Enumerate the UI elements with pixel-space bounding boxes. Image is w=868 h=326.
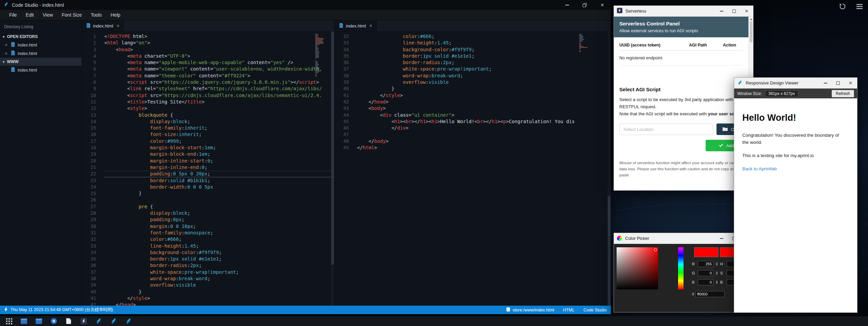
- minimize-icon[interactable]: [719, 9, 724, 13]
- code-line[interactable]: [104, 197, 334, 203]
- title-bar[interactable]: Color Picker ×: [614, 233, 753, 244]
- code-line[interactable]: line-height:1.45;: [357, 40, 611, 46]
- close-icon[interactable]: ×: [4, 51, 8, 56]
- window-size-value[interactable]: 361px x 627px: [765, 90, 798, 97]
- code-line[interactable]: background-color:#f9f9f9;: [357, 46, 611, 53]
- code-line[interactable]: border:1px solid #e1e1e1;: [104, 256, 334, 262]
- code-line[interactable]: <script src="https://code.jquery.com/jqu…: [104, 79, 334, 85]
- minimap[interactable]: [579, 34, 588, 52]
- field-value-g[interactable]: 0: [698, 270, 713, 276]
- code-line[interactable]: margin-inline-start:0;: [104, 158, 334, 164]
- close-icon[interactable]: ×: [848, 81, 853, 85]
- refresh-button[interactable]: Refresh: [832, 90, 854, 97]
- menu-file[interactable]: File: [5, 12, 21, 18]
- code-line[interactable]: pre {: [104, 204, 334, 210]
- code-line[interactable]: <div class="ui container">: [357, 112, 611, 118]
- code-line[interactable]: overflow:visible: [357, 79, 611, 85]
- code-line[interactable]: }: [104, 289, 334, 295]
- code-line[interactable]: </style>: [357, 92, 611, 99]
- minimize-icon[interactable]: [719, 236, 724, 241]
- code-line[interactable]: border-radius:2px;: [104, 262, 334, 269]
- tab-index-html[interactable]: index.html ×: [335, 20, 377, 31]
- maximize-icon[interactable]: [836, 81, 840, 85]
- app-window-icon-2[interactable]: [35, 317, 43, 325]
- code-line[interactable]: <head>: [104, 46, 334, 53]
- close-icon[interactable]: ×: [4, 43, 8, 47]
- code-studio-app-icon-2[interactable]: [109, 317, 118, 325]
- code-line[interactable]: }: [104, 190, 334, 197]
- menu-help[interactable]: Help: [106, 12, 125, 18]
- code-line[interactable]: <html lang="en">: [104, 40, 334, 46]
- title-bar[interactable]: Code Studio - index.html ×: [0, 0, 611, 10]
- code-line[interactable]: <script src="https://cdnjs.cloudflare.co…: [104, 92, 334, 99]
- hex-value[interactable]: ff0000: [695, 291, 725, 297]
- code-line[interactable]: </html>: [357, 145, 611, 151]
- code-line[interactable]: border:1px solid #e1e1e1;: [357, 53, 611, 59]
- restore-icon[interactable]: [582, 3, 587, 7]
- code-line[interactable]: </div>: [357, 125, 611, 131]
- sidebar-section-www[interactable]: ▾WWW: [0, 58, 82, 66]
- saturation-value-field[interactable]: [617, 247, 658, 289]
- script-location-input[interactable]: [619, 123, 713, 135]
- code-studio-app-icon-3[interactable]: [124, 317, 132, 325]
- serverless-app-icon[interactable]: [79, 317, 88, 325]
- menu-font-size[interactable]: Font Size: [57, 12, 86, 18]
- status-file-path[interactable]: store:/www/index.html: [506, 307, 554, 313]
- field-value-b[interactable]: 0: [698, 279, 713, 285]
- code-studio-app-icon-1[interactable]: [94, 317, 103, 325]
- code-line[interactable]: <style>: [104, 105, 334, 112]
- menu-edit[interactable]: Edit: [21, 12, 38, 18]
- scroll-thumb[interactable]: [750, 21, 752, 42]
- code-line[interactable]: <!DOCTYPE html>: [104, 33, 334, 40]
- code-line[interactable]: white-space:pre-wrap!important;: [104, 269, 334, 275]
- code-line[interactable]: }: [357, 85, 611, 92]
- scrollbar[interactable]: [331, 32, 334, 306]
- refresh-icon[interactable]: [838, 2, 847, 11]
- stepper-icon[interactable]: [715, 281, 719, 284]
- code-line[interactable]: <meta name="viewport" content="user-scal…: [104, 66, 334, 72]
- title-bar[interactable]: Serverless ×: [614, 6, 753, 17]
- file-item-index-html[interactable]: index.html: [0, 66, 82, 74]
- code-line[interactable]: margin-block-start:1em;: [104, 145, 334, 151]
- minimize-icon[interactable]: [823, 81, 828, 85]
- maximize-icon[interactable]: [732, 9, 736, 13]
- code-line[interactable]: <body>: [357, 105, 611, 112]
- file-item-index-html[interactable]: ×index.html: [0, 41, 82, 49]
- code-line[interactable]: margin-block-end:1em;: [104, 151, 334, 157]
- code-line[interactable]: font-family:inherit;: [104, 125, 334, 131]
- code-line[interactable]: </head>: [104, 302, 334, 306]
- stepper-icon[interactable]: [715, 271, 719, 275]
- code-line[interactable]: white-space:pre-wrap!important;: [357, 66, 611, 72]
- code-line[interactable]: color:#666;: [104, 236, 334, 243]
- code-line[interactable]: border-radius:2px;: [357, 59, 611, 66]
- code-line[interactable]: font-size:inherit;: [104, 131, 334, 138]
- code-line[interactable]: margin-inline-end:0;: [104, 164, 334, 171]
- code-editor[interactable]: 1234567891011121314151617181920212223242…: [82, 32, 334, 306]
- code-line[interactable]: <link rel="stylesheet" href="https://cdn…: [104, 85, 334, 92]
- browser-app-icon[interactable]: [50, 317, 58, 325]
- hue-slider[interactable]: [678, 247, 684, 289]
- scroll-up-icon[interactable]: [750, 18, 752, 20]
- field-value-r[interactable]: 255: [698, 261, 713, 267]
- code-line[interactable]: <h1><br></h1><h1>Hello World!<br></h1><p…: [357, 118, 611, 125]
- file-item-index-html[interactable]: ×index.html: [0, 49, 82, 58]
- code-line[interactable]: <meta name="theme-color" content="#ff922…: [104, 73, 334, 79]
- menu-tools[interactable]: Tools: [86, 12, 106, 18]
- code-line[interactable]: <meta charset="UTF-8">: [104, 53, 334, 59]
- minimap[interactable]: [315, 34, 324, 77]
- code-line[interactable]: </style>: [104, 295, 334, 302]
- code-line[interactable]: font-family:monospace;: [104, 230, 334, 236]
- document-app-icon[interactable]: [65, 317, 73, 325]
- stepper-icon[interactable]: [715, 262, 719, 266]
- code-line[interactable]: <meta name="apple-mobile-web-app-capable…: [104, 59, 334, 66]
- close-icon[interactable]: ×: [369, 23, 372, 28]
- menu-icon[interactable]: [855, 2, 864, 11]
- code-area[interactable]: color:#666; line-height:1.45; background…: [354, 32, 611, 306]
- code-line[interactable]: overflow:visible: [104, 282, 334, 288]
- code-line[interactable]: [357, 131, 611, 138]
- current-color-swatch[interactable]: [694, 247, 719, 257]
- code-line[interactable]: padding:0 5px 0 20px;: [104, 171, 334, 177]
- code-line[interactable]: line-height:1.45;: [104, 243, 334, 249]
- app-window-icon-1[interactable]: [20, 317, 28, 325]
- code-line[interactable]: color:#999;: [104, 138, 334, 145]
